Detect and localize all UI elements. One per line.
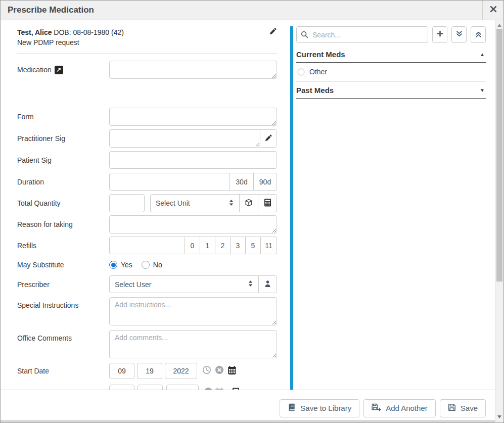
save-icon: [448, 403, 456, 413]
divider: [17, 53, 277, 54]
caret-down-icon: ▼: [480, 87, 485, 93]
substitute-no-option[interactable]: No: [142, 261, 162, 269]
special-instructions-row: Special Instructions: [17, 297, 277, 325]
refills-1-button[interactable]: 1: [200, 237, 215, 254]
patient-sig-input[interactable]: [109, 151, 277, 169]
special-instructions-input[interactable]: [109, 297, 277, 325]
clock-icon[interactable]: [202, 365, 211, 377]
quantity-calculator-button[interactable]: [258, 194, 277, 212]
edit-patient-pencil-icon[interactable]: [269, 27, 277, 37]
start-date-row: Start Date: [17, 363, 277, 379]
save-button[interactable]: Save: [440, 399, 486, 417]
special-instructions-label: Special Instructions: [17, 301, 109, 309]
search-icon: [301, 31, 308, 40]
medication-label: Medication ↗: [17, 66, 109, 74]
refills-row: Refills 0 1 2 3 5 11: [17, 237, 277, 254]
start-date-label: Start Date: [17, 367, 109, 375]
may-substitute-row: May Substitute Yes No: [17, 259, 277, 271]
patient-dob: DOB: 08-08-1980 (42): [54, 28, 124, 36]
reason-label: Reason for taking: [17, 220, 109, 228]
refills-5-button[interactable]: 5: [245, 237, 261, 254]
patient-sig-label: Patient Sig: [17, 156, 109, 164]
form-label: Form: [17, 113, 109, 121]
prescriber-row: Prescriber Select User: [17, 275, 277, 293]
discontinue-year-input[interactable]: [166, 385, 199, 390]
substitute-yes-option[interactable]: Yes: [109, 261, 132, 269]
meds-panel: Current Meds ▲ Other Past Meds ▼: [293, 20, 495, 390]
patient-name: Test, Alice: [17, 28, 52, 36]
dialog-bottom-edge: [1, 420, 495, 422]
section-current-meds[interactable]: Current Meds ▲: [296, 46, 486, 63]
medication-input[interactable]: [109, 61, 277, 79]
refills-label: Refills: [17, 242, 109, 250]
office-comments-input[interactable]: [109, 330, 277, 358]
book-icon: [288, 403, 296, 413]
dialog-title: Prescribe Medication: [1, 5, 482, 15]
prescriber-select[interactable]: Select User: [109, 275, 259, 293]
close-button[interactable]: [482, 1, 503, 20]
external-link-icon[interactable]: ↗: [55, 66, 63, 74]
save-plus-icon: [372, 403, 381, 413]
duration-30d-button[interactable]: 30d: [230, 173, 254, 191]
med-other-radio[interactable]: [297, 68, 305, 76]
meds-search-input[interactable]: [296, 26, 428, 43]
practitioner-sig-edit-button[interactable]: [260, 129, 277, 148]
refills-3-button[interactable]: 3: [230, 237, 246, 254]
scrollbar-up-arrow[interactable]: [497, 24, 501, 27]
practitioner-sig-input[interactable]: [109, 129, 260, 148]
cube-icon: [245, 199, 253, 208]
unit-select[interactable]: Select Unit: [150, 194, 240, 212]
med-item-other[interactable]: Other: [296, 63, 486, 82]
prescription-form: Test, Alice DOB: 08-08-1980 (42) New PDM…: [1, 20, 290, 390]
collapse-all-button[interactable]: [471, 26, 486, 43]
reason-input[interactable]: [109, 215, 277, 233]
discontinue-day-input[interactable]: [138, 385, 163, 390]
start-date-month-input[interactable]: [109, 363, 134, 379]
discontinue-month-input[interactable]: [109, 385, 134, 390]
prescribe-medication-dialog: Prescribe Medication Test, Alice DOB: 08…: [0, 0, 504, 423]
prescriber-label: Prescriber: [17, 280, 109, 289]
form-input[interactable]: [109, 108, 277, 126]
refills-11-button[interactable]: 11: [260, 237, 277, 254]
refills-0-button[interactable]: 0: [185, 237, 200, 254]
pencil-icon: [265, 134, 272, 143]
dispense-package-button[interactable]: [239, 194, 258, 212]
double-chevron-up-icon: [475, 31, 482, 38]
duration-input[interactable]: [109, 173, 230, 191]
save-to-library-button[interactable]: Save to Library: [280, 399, 359, 417]
pdmp-request-note: New PDMP request: [17, 37, 277, 48]
vertical-scrollbar[interactable]: [495, 20, 503, 422]
duration-row: Duration 30d 90d: [17, 173, 277, 191]
total-quantity-input[interactable]: [109, 194, 145, 212]
start-date-day-input[interactable]: [137, 363, 162, 379]
office-comments-label: Office Comments: [17, 334, 109, 342]
patient-header: Test, Alice DOB: 08-08-1980 (42): [17, 27, 277, 37]
refills-input[interactable]: [109, 237, 185, 254]
patient-sig-row: Patient Sig: [17, 151, 277, 169]
duration-label: Duration: [17, 178, 109, 186]
form-row: Form: [17, 108, 277, 126]
substitute-no-radio[interactable]: [142, 261, 150, 269]
substitute-yes-radio[interactable]: [109, 261, 117, 269]
add-med-button[interactable]: [432, 26, 447, 43]
scrollbar-thumb[interactable]: [496, 29, 502, 281]
sort-arrows-icon: [228, 199, 234, 208]
start-date-year-input[interactable]: [165, 363, 197, 379]
expand-all-button[interactable]: [451, 26, 467, 43]
reason-row: Reason for taking: [17, 215, 277, 233]
duration-90d-button[interactable]: 90d: [253, 173, 277, 191]
dialog-body: Test, Alice DOB: 08-08-1980 (42) New PDM…: [1, 20, 495, 390]
calendar-icon[interactable]: [227, 366, 237, 377]
select-self-user-button[interactable]: [258, 275, 277, 293]
discontinue-on-row: Discontinue On - -: [17, 385, 277, 390]
section-past-meds[interactable]: Past Meds ▼: [296, 82, 486, 99]
clear-date-icon[interactable]: [215, 365, 224, 377]
scrollbar-down-arrow[interactable]: [497, 415, 501, 418]
office-comments-row: Office Comments: [17, 330, 277, 358]
practitioner-sig-label: Practitioner Sig: [17, 134, 109, 143]
calculator-icon: [264, 199, 271, 208]
add-another-button[interactable]: Add Another: [363, 399, 436, 417]
refills-2-button[interactable]: 2: [215, 237, 231, 254]
plus-icon: [436, 30, 444, 39]
may-substitute-label: May Substitute: [17, 261, 109, 269]
